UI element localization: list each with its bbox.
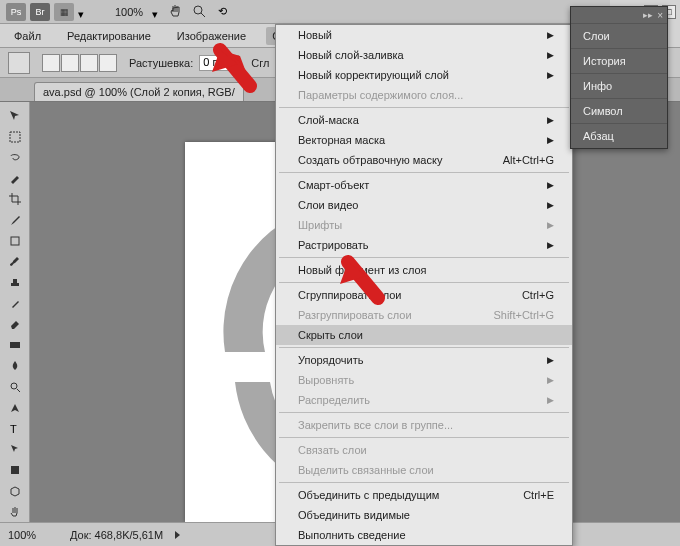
path-select-icon[interactable] [4,440,26,460]
menu-align: Выровнять▶ [276,370,572,390]
menu-separator [279,412,569,413]
panel-history[interactable]: История [571,48,667,73]
type-tool-icon[interactable]: T [4,419,26,439]
selection-subtract-icon[interactable] [80,54,98,72]
ps-logo-icon[interactable]: Ps [6,3,26,21]
hand-tool-icon[interactable] [4,502,26,522]
eraser-tool-icon[interactable] [4,314,26,334]
shortcut: Alt+Ctrl+G [503,154,554,166]
menu-distribute: Распределить▶ [276,390,572,410]
submenu-arrow-icon: ▶ [547,240,554,250]
mb-icon[interactable]: ▦ [54,3,74,21]
menu-layer-mask[interactable]: Слой-маска▶ [276,110,572,130]
menu-arrange[interactable]: Упорядочить▶ [276,350,572,370]
dodge-tool-icon[interactable] [4,377,26,397]
shape-tool-icon[interactable] [4,460,26,480]
menu-image[interactable]: Изображение [171,27,252,45]
crop-tool-icon[interactable] [4,189,26,209]
brush-tool-icon[interactable] [4,252,26,272]
toolbox: T [0,102,30,522]
chevron-down-icon[interactable]: ▾ [152,8,160,16]
lasso-tool-icon[interactable] [4,148,26,168]
feather-label: Растушевка: [129,57,193,69]
submenu-arrow-icon: ▶ [547,70,554,80]
menu-vector-mask[interactable]: Векторная маска▶ [276,130,572,150]
menu-rasterize[interactable]: Растрировать▶ [276,235,572,255]
panel-group: ▸▸ × Слои История Инфо Символ Абзац [570,6,668,149]
panel-info[interactable]: Инфо [571,73,667,98]
panel-paragraph[interactable]: Абзац [571,123,667,148]
menu-select-linked: Выделить связанные слои [276,460,572,480]
menu-separator [279,107,569,108]
menu-hide-layers[interactable]: Скрыть слои [276,325,572,345]
menu-merge-visible[interactable]: Объединить видимые [276,505,572,525]
menu-file[interactable]: Файл [8,27,47,45]
menu-separator [279,257,569,258]
zoom-level[interactable]: 100% [110,4,148,20]
submenu-arrow-icon: ▶ [547,115,554,125]
svg-rect-2 [11,237,19,245]
menu-clip-mask[interactable]: Создать обтравочную маскуAlt+Ctrl+G [276,150,572,170]
submenu-arrow-icon: ▶ [547,395,554,405]
menu-lock-all: Закрепить все слои в группе... [276,415,572,435]
shortcut: Shift+Ctrl+G [493,309,554,321]
tool-preset-icon[interactable] [8,52,30,74]
submenu-arrow-icon: ▶ [547,30,554,40]
menu-smart-obj[interactable]: Смарт-объект▶ [276,175,572,195]
selection-new-icon[interactable] [42,54,60,72]
menu-edit[interactable]: Редактирование [61,27,157,45]
panel-header: ▸▸ × [571,7,667,23]
3d-tool-icon[interactable] [4,481,26,501]
submenu-arrow-icon: ▶ [547,200,554,210]
menu-link: Связать слои [276,440,572,460]
menu-type: Шрифты▶ [276,215,572,235]
shortcut: Ctrl+G [522,289,554,301]
document-tab[interactable]: ava.psd @ 100% (Слой 2 копия, RGB/ [34,82,244,101]
panel-layers[interactable]: Слои [571,23,667,48]
menu-video-layers[interactable]: Слои видео▶ [276,195,572,215]
menu-new-adj[interactable]: Новый корректирующий слой▶ [276,65,572,85]
stamp-tool-icon[interactable] [4,273,26,293]
panel-collapse-icon[interactable]: ▸▸ [643,10,653,20]
menu-separator [279,437,569,438]
panel-close-icon[interactable]: × [657,10,663,21]
menu-flatten[interactable]: Выполнить сведение [276,525,572,545]
svg-point-0 [194,6,202,14]
svg-rect-6 [11,466,19,474]
menu-layer-content-opts: Параметры содержимого слоя... [276,85,572,105]
submenu-arrow-icon: ▶ [547,135,554,145]
status-zoom[interactable]: 100% [8,529,58,541]
svg-text:T: T [10,423,17,435]
rotate-icon[interactable]: ⟲ [218,5,227,18]
panel-character[interactable]: Символ [571,98,667,123]
heal-tool-icon[interactable] [4,231,26,251]
eyedropper-tool-icon[interactable] [4,210,26,230]
blur-tool-icon[interactable] [4,356,26,376]
menu-group[interactable]: Сгруппировать слоиCtrl+G [276,285,572,305]
hand-tool-icon[interactable] [168,4,184,20]
submenu-arrow-icon: ▶ [547,355,554,365]
selection-add-icon[interactable] [61,54,79,72]
svg-rect-1 [10,132,20,142]
menu-new-slice[interactable]: Новый фрагмент из слоя [276,260,572,280]
gradient-tool-icon[interactable] [4,335,26,355]
chevron-down-icon[interactable]: ▾ [78,8,86,16]
history-brush-icon[interactable] [4,294,26,314]
bridge-icon[interactable]: Br [30,3,50,21]
wand-tool-icon[interactable] [4,169,26,189]
menu-separator [279,282,569,283]
submenu-arrow-icon: ▶ [547,220,554,230]
marquee-tool-icon[interactable] [4,127,26,147]
menu-merge-down[interactable]: Объединить с предыдущимCtrl+E [276,485,572,505]
submenu-arrow-icon: ▶ [547,180,554,190]
selection-intersect-icon[interactable] [99,54,117,72]
menu-new-fill[interactable]: Новый слой-заливка▶ [276,45,572,65]
antialias-label: Сгл [251,57,269,69]
zoom-tool-icon[interactable] [192,4,208,20]
feather-input[interactable]: 0 пикс [199,55,239,71]
status-arrow-icon[interactable] [175,531,180,539]
move-tool-icon[interactable] [4,106,26,126]
menu-new[interactable]: Новый▶ [276,25,572,45]
submenu-arrow-icon: ▶ [547,50,554,60]
pen-tool-icon[interactable] [4,398,26,418]
